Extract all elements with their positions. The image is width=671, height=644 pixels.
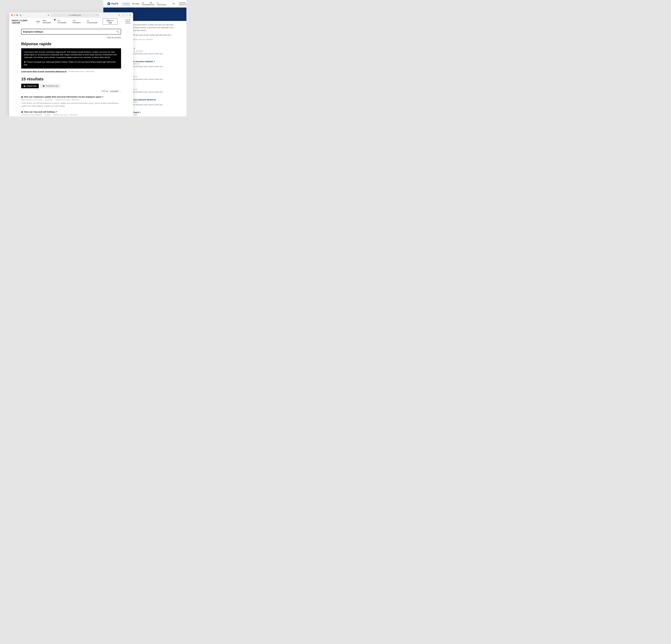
sort-label: Trier par : [101,90,109,92]
article-item[interactable]: ▤How can I buy and sell holidays ? Absen… [21,111,121,116]
quick-answer-box: Lorem ipsum dolor sit amet, consectetur … [21,48,121,68]
payfit-logo-icon: P [107,2,110,5]
search-input[interactable] [23,30,116,33]
article-title: ▤How can I buy and sell holidays ? [21,111,121,113]
result-tabs: ▤ Articles (11) 🎓 Formations (4) [21,84,121,88]
user-name[interactable]: Charlotte Dupont-Foulcault [121,19,130,24]
article-subcategory: Leaves [45,114,50,116]
results-heading: 15 résultats [21,77,121,81]
article-subcategory: Employee [45,99,52,101]
nav-communaute[interactable]: La Communauté [87,20,100,24]
source-article-link[interactable]: Lorem ipsum dolor sit amet, consectetur … [21,70,66,73]
traffic-lights [11,14,18,16]
browser-nav-arrows: ‹ › [23,14,26,16]
article-excerpt: In this article, you will find guidance … [21,102,121,107]
address-bar[interactable]: 🔒 untitledui.com ↻ [51,13,99,17]
shield-icon[interactable]: ◉ [48,14,49,16]
app-title: PAYFIT | CLIENT CENTER [12,19,36,24]
bg-nav-assistance[interactable]: Assistance [122,2,130,5]
article-date: Dernière mise à jour : 05/01/2021 [55,99,79,101]
lock-icon: 🔒 [69,14,70,16]
payfit-logo[interactable]: P PayFit [107,2,118,5]
browser-window: ◧ ‹ › ◉ 🔒 untitledui.com ↻ ⬇ ⇪ + ⧉ PAYFI… [9,12,133,116]
article-title: ▤How can employees update their personal… [21,96,121,98]
maximize-window-button[interactable] [16,14,18,16]
bg-nav-nouveautes[interactable]: Les nouveautés [142,2,150,5]
reload-icon[interactable]: ↻ [97,14,98,16]
tab-formations[interactable]: 🎓 Formations (4) [40,84,60,88]
nav-demandes-label: Mes demandes [43,20,51,24]
source-date: Dernière mise à jour : 05/01/2021 [68,70,94,73]
filter-results-link[interactable]: Filtrer les résultats [21,36,121,38]
sidebar-toggle-icon[interactable]: ◧ [20,14,22,16]
book-icon: ▤ [24,85,25,87]
quick-answer-para2: 👉 Puisque consequat arcu malesuada eleif… [24,61,118,66]
forward-button[interactable]: › [26,14,26,16]
quick-answer-para1: Lorem ipsum dolor sit amet, consectetur … [24,51,118,59]
chevron-down-icon: ⌄ [119,90,121,92]
book-icon: ▤ [21,96,23,98]
tabs-icon[interactable]: ⧉ [129,14,131,16]
bg-nav-former[interactable]: Me former [150,2,155,5]
share-icon[interactable]: ⇪ [122,14,124,16]
url-text: untitledui.com [71,14,81,16]
close-window-button[interactable] [11,14,13,16]
graduation-icon: 🎓 [42,85,45,87]
nav-formations[interactable]: Les formations [73,20,84,24]
quick-answer-heading: Réponse rapide [21,42,121,46]
payfit-logo-text: PayFit [111,2,118,5]
app-header: PAYFIT | CLIENT CENTER Aide Mes demandes… [9,18,133,25]
bg-nav-messages[interactable]: Messages [132,3,140,5]
nav-demandes[interactable]: Mes demandes 3 [43,20,54,24]
sort-value: popularité [110,90,119,92]
article-meta: PayFit Employee User Guide Employee Dern… [21,99,121,101]
browser-chrome: ◧ ‹ › ◉ 🔒 untitledui.com ↻ ⬇ ⇪ + ⧉ [9,12,133,18]
return-to-app-button[interactable]: Retour à l'app [103,18,117,25]
minimize-window-button[interactable] [14,14,15,16]
chevron-down-icon: ⌄ [175,3,177,5]
article-date: Dernière mise à jour : 05/01/2021 [53,114,77,116]
sort-row[interactable]: Trier par : popularité ⌄ [21,90,121,92]
article-category: Absences & Leave Requests [21,114,42,116]
source-row: Lorem ipsum dolor sit amet, consectetur … [21,70,121,73]
search-box[interactable]: 🔍 [21,29,121,35]
article-item[interactable]: ▤How can employees update their personal… [21,96,121,107]
demandes-badge: 3 [54,19,55,21]
user-firstname: Charlotte [121,19,130,21]
bg-header: P PayFit Assistance Messages Les nouveau… [103,0,186,8]
book-icon: ▤ [21,111,23,113]
tab-formations-label: Formations (4) [46,85,58,87]
browser-actions: ⬇ ⇪ + ⧉ [118,14,131,16]
download-icon[interactable]: ⬇ [118,14,120,16]
bg-nav-communaute[interactable]: La communauté [157,2,166,5]
article-category: PayFit Employee User Guide [21,99,42,101]
bg-source-date: Dernière mise à jour : 05/01/2021 [133,39,153,40]
language-selector[interactable]: FR ⌄ [173,3,177,5]
lang-label: FR [173,3,175,5]
bg-user-name[interactable]: Charlotte Dupont-Fo [179,2,186,5]
address-bar-wrap: ◉ 🔒 untitledui.com ↻ [28,13,118,17]
app-nav: Aide Mes demandes 3 Les nouveautés Les f… [36,18,130,25]
search-icon[interactable]: 🔍 [116,30,119,33]
back-button[interactable]: ‹ [23,14,24,16]
nav-aide[interactable]: Aide [36,20,40,23]
user-lastname: Dupont-Foulcault [121,21,130,24]
nav-nouveautes[interactable]: Les nouveautés [58,20,69,24]
tab-articles[interactable]: ▤ Articles (11) [21,84,39,88]
new-tab-icon[interactable]: + [126,14,127,16]
bg-right-nav: Me former La communauté FR ⌄ Charlotte D… [150,2,186,5]
bg-nav: Assistance Messages Les nouveautés [122,2,150,5]
article-meta: Absences & Leave Requests Leaves Dernièr… [21,114,121,116]
tab-articles-label: Articles (11) [26,85,36,87]
main-content: 🔍 Filtrer les résultats Réponse rapide L… [9,25,133,116]
